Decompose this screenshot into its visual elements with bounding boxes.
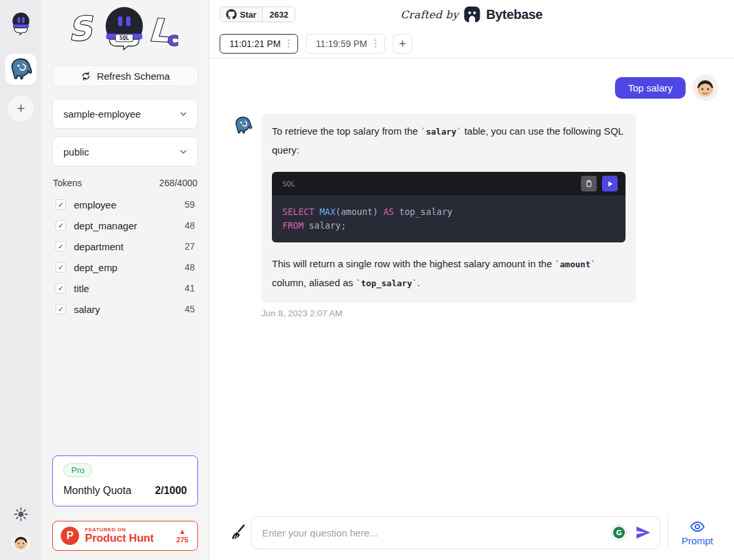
logo-plate-text: SQL [119, 35, 129, 41]
workspace-rail: + [0, 0, 42, 560]
prompt-button[interactable]: Prompt [676, 519, 718, 546]
quota-card: Pro Monthly Quota 2/1000 [52, 455, 198, 506]
refresh-icon [80, 71, 92, 82]
table-token-count: 48 [184, 220, 198, 231]
bot-message-bubble: To retrieve the top salary from the sala… [261, 114, 636, 303]
sqlchat-bot-avatar-icon[interactable] [8, 10, 33, 35]
tab-menu-dots-icon[interactable] [373, 37, 378, 50]
github-star-button[interactable]: Star 2632 [220, 7, 295, 22]
table-row: ✓department27 [52, 236, 198, 257]
quota-value: 2/1000 [155, 485, 187, 497]
table-token-count: 41 [184, 283, 198, 293]
code-block-header: SQL [272, 172, 626, 195]
copy-code-button[interactable] [581, 176, 597, 191]
refresh-schema-button[interactable]: Refresh Schema [52, 65, 198, 86]
svg-text:c: c [167, 29, 178, 51]
table-row: ✓employee59 [52, 194, 198, 215]
eye-icon [690, 519, 705, 535]
clipboard-icon [584, 179, 593, 188]
composer-bar: G Prompt [209, 516, 734, 560]
code-line: SELECT MAX(amount) AS top_salary [282, 205, 615, 219]
table-name: dept_manager [74, 220, 184, 231]
upvote-icon: ▲ [176, 528, 188, 535]
table-row: ✓title41 [52, 278, 198, 299]
question-input[interactable] [262, 527, 606, 538]
table-checkbox[interactable]: ✓ [56, 262, 66, 272]
postgres-elephant-icon [8, 56, 34, 82]
tab-menu-dots-icon[interactable] [286, 37, 291, 50]
star-label: Star [240, 10, 256, 20]
grammarly-icon[interactable]: G [611, 525, 627, 540]
prompt-label: Prompt [682, 535, 713, 546]
database-select[interactable]: sample-employee [52, 99, 198, 129]
code-block-body[interactable]: SELECT MAX(amount) AS top_salaryFROM sal… [272, 195, 626, 242]
composer-divider [668, 516, 669, 549]
message-timestamp: Jun 8, 2023 2:07 AM [261, 308, 718, 318]
bot-message-row: To retrieve the top salary from the sala… [233, 114, 718, 303]
table-name: salary [74, 304, 184, 315]
bot-paragraph: This will return a single row with the h… [272, 255, 626, 293]
table-token-count: 27 [184, 241, 198, 252]
chevron-down-icon [178, 147, 188, 157]
table-checkbox[interactable]: ✓ [56, 220, 66, 231]
text-segment: . [417, 277, 420, 288]
connection-postgres-selected[interactable] [5, 54, 37, 85]
user-profile-avatar[interactable] [11, 533, 31, 552]
text-segment: This will return a single row with the h… [272, 258, 555, 269]
clear-conversation-broom-icon[interactable] [229, 524, 246, 541]
chat-thread: Top salary To retrieve the top salary fr… [209, 59, 734, 516]
run-query-button[interactable] [602, 176, 618, 191]
table-checkbox[interactable]: ✓ [56, 304, 66, 314]
sidebar-spacer [52, 320, 198, 455]
product-hunt-badge[interactable]: P FEATURED ON Product Hunt ▲ 275 [52, 521, 198, 551]
table-list: ✓employee59✓dept_manager48✓department27✓… [52, 194, 198, 320]
bytebase-brand-name: Bytebase [486, 7, 543, 22]
svg-text:L: L [148, 12, 170, 49]
sql-chat-app: + S SQL L [0, 0, 734, 560]
conversation-tab[interactable]: 11:19:59 PM [306, 34, 384, 54]
table-checkbox[interactable]: ✓ [56, 283, 66, 293]
refresh-schema-label: Refresh Schema [97, 71, 170, 82]
sql-code-block: SQL [272, 172, 626, 242]
new-conversation-button[interactable]: + [393, 34, 412, 54]
table-token-count: 45 [184, 304, 198, 314]
crafted-by-text: Crafted by [401, 8, 459, 21]
chat-main: Star 2632 Crafted by Bytebase 11:01:21 P… [209, 0, 734, 560]
sqlchat-logo: S SQL L c [52, 3, 198, 52]
table-name: employee [74, 199, 184, 210]
tab-label: 11:01:21 PM [229, 39, 280, 49]
send-message-icon[interactable] [635, 524, 652, 541]
inline-code: amount [555, 259, 596, 269]
conversation-tabbar: 11:01:21 PM11:19:59 PM + [209, 29, 734, 59]
question-input-wrap: G [251, 516, 660, 549]
code-language-label: SQL [282, 180, 295, 188]
table-name: title [74, 283, 184, 294]
chevron-down-icon [178, 109, 188, 119]
theme-toggle-sun-icon[interactable] [13, 506, 29, 522]
table-token-count: 59 [184, 199, 198, 210]
play-icon [606, 180, 614, 188]
topbar: Star 2632 Crafted by Bytebase [209, 0, 734, 29]
table-token-count: 48 [184, 262, 198, 272]
tab-label: 11:19:59 PM [316, 39, 367, 49]
table-checkbox[interactable]: ✓ [56, 199, 66, 210]
bot-postgres-avatar-icon [233, 115, 254, 136]
crafted-by[interactable]: Crafted by Bytebase [401, 6, 542, 23]
product-hunt-name: Product Hunt [85, 533, 171, 544]
conversation-tab-active[interactable]: 11:01:21 PM [220, 34, 298, 54]
schema-sidebar: S SQL L c Refresh Schema sample [42, 0, 209, 560]
database-select-value: sample-employee [63, 108, 141, 120]
svg-text:S: S [67, 9, 95, 49]
add-connection-button[interactable]: + [8, 95, 34, 122]
schema-select[interactable]: public [52, 137, 198, 167]
tokens-row: Tokens 268/4000 [52, 178, 198, 188]
table-checkbox[interactable]: ✓ [56, 241, 66, 252]
table-row: ✓salary45 [52, 299, 198, 320]
code-line: FROM salary; [282, 219, 615, 233]
user-message-row: Top salary [233, 74, 718, 101]
bot-paragraph: To retrieve the top salary from the sala… [272, 122, 626, 159]
quota-label: Monthly Quota [63, 485, 131, 497]
inline-code: salary [421, 127, 462, 137]
user-avatar [692, 74, 718, 101]
table-row: ✓dept_manager48 [52, 215, 198, 236]
